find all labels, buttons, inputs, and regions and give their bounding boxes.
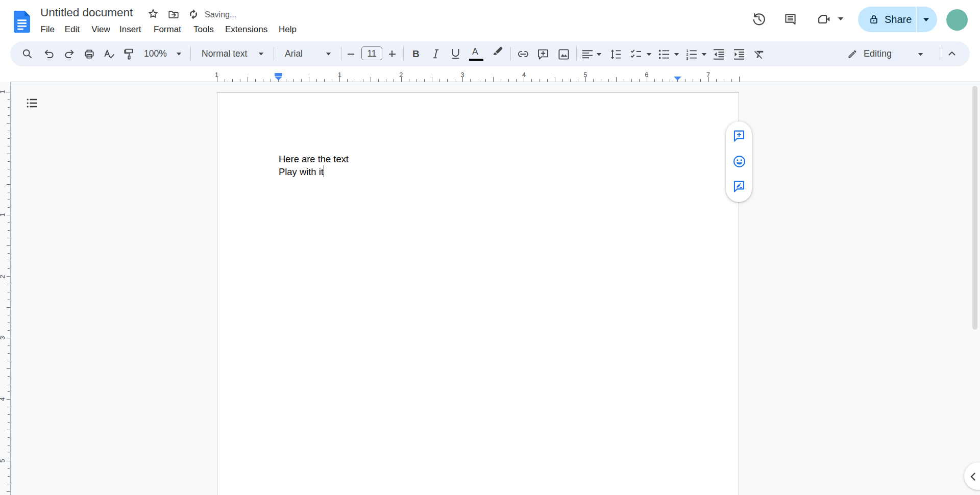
svg-text:3: 3 — [687, 56, 689, 60]
